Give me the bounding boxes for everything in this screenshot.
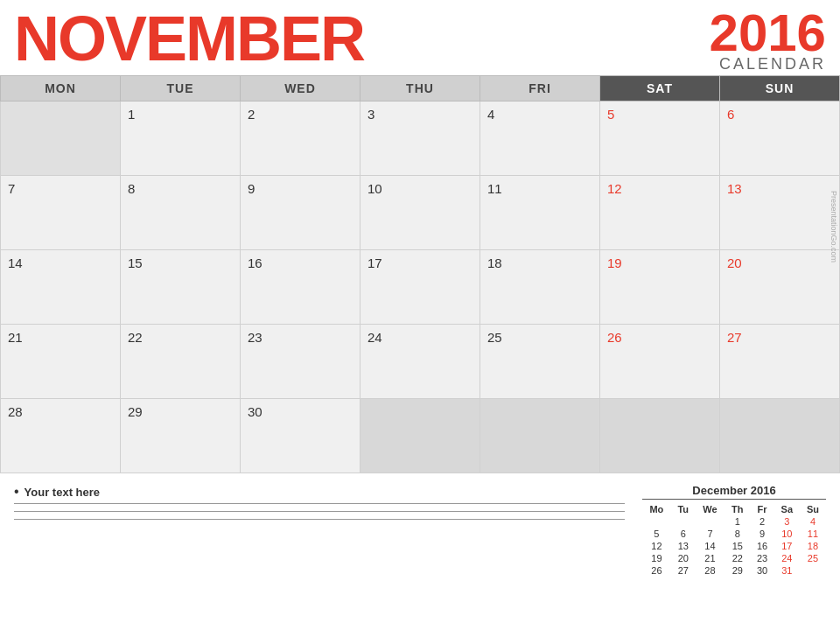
note-line-3	[14, 519, 625, 520]
watermark: PresentationGo.com	[830, 191, 838, 262]
calendar-cell: 14	[1, 250, 121, 325]
calendar-cell: 9	[241, 176, 360, 250]
mini-calendar-cell	[671, 515, 696, 528]
mini-calendar-cell: 20	[671, 552, 696, 564]
mini-calendar-cell: 27	[671, 564, 696, 577]
weekday-header-wed: WED	[241, 76, 360, 102]
calendar-cell: 28	[1, 399, 121, 473]
mini-weekday-header: Th	[724, 503, 750, 515]
note-item: • Your text here	[14, 484, 625, 500]
mini-calendar: December 2016 MoTuWeThFrSaSu 12345678910…	[642, 484, 826, 577]
mini-weekday-header: Fr	[750, 503, 774, 515]
calendar-cell: 23	[241, 325, 360, 399]
mini-calendar-cell	[800, 564, 826, 577]
bullet-icon: •	[14, 484, 19, 500]
calendar-cell: 8	[121, 176, 241, 250]
mini-calendar-cell: 23	[750, 552, 774, 564]
mini-calendar-table: MoTuWeThFrSaSu 1234567891011121314151617…	[642, 503, 826, 577]
calendar-cell: 25	[480, 325, 600, 399]
year-block: 2016 CALENDAR	[710, 7, 826, 72]
calendar-cell: 24	[360, 325, 480, 399]
mini-calendar-cell: 14	[696, 540, 724, 552]
mini-calendar-cell: 11	[800, 528, 826, 540]
mini-weekday-header: Su	[800, 503, 826, 515]
mini-calendar-cell: 30	[750, 564, 774, 577]
mini-calendar-cell: 6	[671, 528, 696, 540]
bottom-section: • Your text here December 2016 MoTuWeThF…	[0, 477, 840, 580]
calendar-cell: 10	[360, 176, 480, 250]
mini-calendar-cell: 2	[750, 515, 774, 528]
calendar-cell: 27	[720, 325, 840, 399]
mini-calendar-cell: 15	[724, 540, 750, 552]
year-label: CALENDAR	[710, 56, 826, 72]
calendar-header: NOVEMBER 2016 CALENDAR	[0, 0, 840, 75]
mini-weekday-header: Tu	[671, 503, 696, 515]
calendar-cell: 3	[360, 102, 480, 176]
mini-calendar-cell: 4	[800, 515, 826, 528]
weekday-header-mon: MON	[1, 76, 121, 102]
mini-calendar-cell: 1	[724, 515, 750, 528]
calendar-cell: 29	[121, 399, 241, 473]
calendar-cell	[720, 399, 840, 473]
mini-calendar-cell: 8	[724, 528, 750, 540]
calendar-cell: 21	[1, 325, 121, 399]
calendar-cell: 15	[121, 250, 241, 325]
mini-calendar-cell	[696, 515, 724, 528]
mini-calendar-cell: 9	[750, 528, 774, 540]
weekday-header-thu: THU	[360, 76, 480, 102]
calendar-cell: 13	[720, 176, 840, 250]
calendar-cell: 22	[121, 325, 241, 399]
calendar-cell: 12	[600, 176, 720, 250]
calendar-cell: 20	[720, 250, 840, 325]
mini-calendar-cell: 26	[642, 564, 671, 577]
mini-calendar-cell: 31	[774, 564, 800, 577]
calendar-cell	[480, 399, 600, 473]
calendar-cell: 16	[241, 250, 360, 325]
mini-calendar-cell: 13	[671, 540, 696, 552]
mini-calendar-cell: 16	[750, 540, 774, 552]
calendar-cell: 2	[241, 102, 360, 176]
mini-calendar-cell: 12	[642, 540, 671, 552]
weekday-header-sun: SUN	[720, 76, 840, 102]
mini-calendar-cell: 17	[774, 540, 800, 552]
mini-calendar-cell: 21	[696, 552, 724, 564]
mini-weekday-header: Sa	[774, 503, 800, 515]
mini-calendar-title: December 2016	[642, 484, 826, 500]
note-line-1	[14, 503, 625, 504]
mini-calendar-cell: 28	[696, 564, 724, 577]
mini-calendar-cell: 19	[642, 552, 671, 564]
calendar-cell: 18	[480, 250, 600, 325]
calendar-cell: 4	[480, 102, 600, 176]
calendar-cell: 17	[360, 250, 480, 325]
mini-calendar-cell: 7	[696, 528, 724, 540]
calendar-cell: 26	[600, 325, 720, 399]
calendar-cell: 7	[1, 176, 121, 250]
calendar-cell	[600, 399, 720, 473]
weekday-header-fri: FRI	[480, 76, 600, 102]
weekday-header-tue: TUE	[121, 76, 241, 102]
mini-calendar-cell: 18	[800, 540, 826, 552]
calendar-cell: 30	[241, 399, 360, 473]
calendar-cell: 19	[600, 250, 720, 325]
mini-calendar-cell: 5	[642, 528, 671, 540]
notes-section: • Your text here	[14, 484, 642, 527]
calendar-cell: 5	[600, 102, 720, 176]
year-number: 2016	[710, 7, 826, 60]
mini-calendar-cell: 22	[724, 552, 750, 564]
note-line-2	[14, 511, 625, 512]
calendar-cell	[360, 399, 480, 473]
month-title: NOVEMBER	[14, 7, 364, 70]
weekday-header-sat: SAT	[600, 76, 720, 102]
mini-calendar-cell: 29	[724, 564, 750, 577]
mini-calendar-cell: 10	[774, 528, 800, 540]
mini-calendar-cell: 24	[774, 552, 800, 564]
calendar-cell: 6	[720, 102, 840, 176]
calendar-cell: 1	[121, 102, 241, 176]
mini-calendar-cell: 3	[774, 515, 800, 528]
main-calendar: MONTUEWEDTHUFRISATSUN 123456789101112131…	[0, 75, 840, 473]
note-text: Your text here	[24, 486, 100, 499]
calendar-cell: 11	[480, 176, 600, 250]
calendar-cell	[1, 102, 121, 176]
mini-weekday-header: We	[696, 503, 724, 515]
mini-calendar-cell: 25	[800, 552, 826, 564]
